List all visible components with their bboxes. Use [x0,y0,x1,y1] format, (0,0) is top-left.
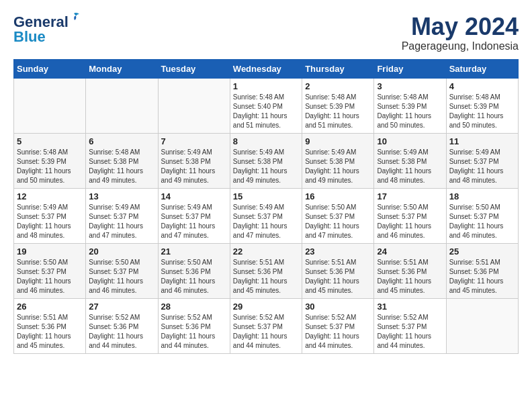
day-number: 4 [449,81,515,91]
day-info-text: Sunrise: 5:50 AM Sunset: 5:36 PM Dayligh… [161,258,227,295]
day-info-text: Sunrise: 5:49 AM Sunset: 5:37 PM Dayligh… [161,203,227,240]
day-info-text: Sunrise: 5:49 AM Sunset: 5:38 PM Dayligh… [377,148,443,185]
day-number: 18 [449,191,515,201]
day-header-saturday: Saturday [446,59,518,78]
day-info-text: Sunrise: 5:49 AM Sunset: 5:38 PM Dayligh… [305,148,371,185]
day-info-text: Sunrise: 5:52 AM Sunset: 5:36 PM Dayligh… [89,313,154,351]
day-info-text: Sunrise: 5:49 AM Sunset: 5:38 PM Dayligh… [161,148,227,185]
calendar-day-cell: 23Sunrise: 5:51 AM Sunset: 5:36 PM Dayli… [302,243,374,298]
calendar-day-cell: 22Sunrise: 5:51 AM Sunset: 5:36 PM Dayli… [230,243,302,298]
calendar-day-cell: 15Sunrise: 5:49 AM Sunset: 5:37 PM Dayli… [230,188,302,243]
day-number: 23 [305,246,371,257]
calendar-day-cell [14,78,86,133]
calendar-day-cell: 18Sunrise: 5:50 AM Sunset: 5:37 PM Dayli… [446,188,518,243]
day-header-thursday: Thursday [302,59,374,78]
day-number: 9 [305,136,371,146]
logo-general: General [13,13,69,30]
day-info-text: Sunrise: 5:50 AM Sunset: 5:37 PM Dayligh… [17,258,83,295]
day-header-sunday: Sunday [14,59,86,78]
day-info-text: Sunrise: 5:48 AM Sunset: 5:39 PM Dayligh… [17,148,83,185]
calendar-day-cell: 17Sunrise: 5:50 AM Sunset: 5:37 PM Dayli… [374,188,446,243]
calendar-day-cell: 16Sunrise: 5:50 AM Sunset: 5:37 PM Dayli… [302,188,374,243]
day-info-text: Sunrise: 5:48 AM Sunset: 5:38 PM Dayligh… [89,148,154,185]
calendar-day-cell [158,78,230,133]
calendar-week-row: 1Sunrise: 5:48 AM Sunset: 5:40 PM Daylig… [14,78,519,133]
day-info-text: Sunrise: 5:48 AM Sunset: 5:39 PM Dayligh… [449,93,515,130]
day-info-text: Sunrise: 5:49 AM Sunset: 5:37 PM Dayligh… [17,203,83,240]
calendar-day-cell: 19Sunrise: 5:50 AM Sunset: 5:37 PM Dayli… [14,243,86,298]
calendar-day-cell: 26Sunrise: 5:51 AM Sunset: 5:36 PM Dayli… [14,298,86,353]
day-number: 5 [17,136,83,146]
day-info-text: Sunrise: 5:50 AM Sunset: 5:37 PM Dayligh… [377,203,443,240]
calendar-day-cell: 13Sunrise: 5:49 AM Sunset: 5:37 PM Dayli… [86,188,158,243]
day-info-text: Sunrise: 5:48 AM Sunset: 5:39 PM Dayligh… [377,93,443,130]
day-number: 21 [161,246,227,257]
calendar-day-cell: 12Sunrise: 5:49 AM Sunset: 5:37 PM Dayli… [14,188,86,243]
calendar-header-row: SundayMondayTuesdayWednesdayThursdayFrid… [14,59,519,78]
calendar-day-cell: 21Sunrise: 5:50 AM Sunset: 5:36 PM Dayli… [158,243,230,298]
calendar-day-cell: 5Sunrise: 5:48 AM Sunset: 5:39 PM Daylig… [14,133,86,188]
calendar-day-cell: 29Sunrise: 5:52 AM Sunset: 5:37 PM Dayli… [230,298,302,353]
month-year-title: May 2024 [402,13,519,40]
calendar-table: SundayMondayTuesdayWednesdayThursdayFrid… [13,59,519,354]
day-info-text: Sunrise: 5:49 AM Sunset: 5:38 PM Dayligh… [233,148,299,185]
calendar-day-cell: 3Sunrise: 5:48 AM Sunset: 5:39 PM Daylig… [374,78,446,133]
day-number: 29 [233,302,299,312]
day-info-text: Sunrise: 5:52 AM Sunset: 5:37 PM Dayligh… [233,313,299,351]
day-info-text: Sunrise: 5:50 AM Sunset: 5:37 PM Dayligh… [449,203,515,240]
day-number: 10 [377,136,443,146]
calendar-day-cell: 8Sunrise: 5:49 AM Sunset: 5:38 PM Daylig… [230,133,302,188]
day-info-text: Sunrise: 5:49 AM Sunset: 5:37 PM Dayligh… [89,203,154,240]
day-number: 30 [305,302,371,312]
day-number: 7 [161,136,227,146]
day-info-text: Sunrise: 5:51 AM Sunset: 5:36 PM Dayligh… [449,258,515,295]
day-info-text: Sunrise: 5:51 AM Sunset: 5:36 PM Dayligh… [377,258,443,295]
day-number: 6 [89,136,154,146]
calendar-day-cell: 7Sunrise: 5:49 AM Sunset: 5:38 PM Daylig… [158,133,230,188]
day-info-text: Sunrise: 5:49 AM Sunset: 5:37 PM Dayligh… [233,203,299,240]
calendar-day-cell: 30Sunrise: 5:52 AM Sunset: 5:37 PM Dayli… [302,298,374,353]
calendar-day-cell: 10Sunrise: 5:49 AM Sunset: 5:38 PM Dayli… [374,133,446,188]
day-number: 27 [89,302,154,312]
day-info-text: Sunrise: 5:51 AM Sunset: 5:36 PM Dayligh… [233,258,299,295]
day-number: 2 [305,81,371,91]
day-number: 22 [233,246,299,257]
day-info-text: Sunrise: 5:51 AM Sunset: 5:36 PM Dayligh… [17,313,83,351]
day-number: 14 [161,191,227,201]
day-info-text: Sunrise: 5:51 AM Sunset: 5:36 PM Dayligh… [305,258,371,295]
calendar-week-row: 26Sunrise: 5:51 AM Sunset: 5:36 PM Dayli… [14,298,519,353]
day-info-text: Sunrise: 5:52 AM Sunset: 5:36 PM Dayligh… [161,313,227,351]
calendar-day-cell [446,298,518,353]
day-info-text: Sunrise: 5:48 AM Sunset: 5:39 PM Dayligh… [305,93,371,130]
day-header-monday: Monday [86,59,158,78]
day-info-text: Sunrise: 5:48 AM Sunset: 5:40 PM Dayligh… [233,93,299,130]
day-number: 8 [233,136,299,146]
calendar-day-cell: 31Sunrise: 5:52 AM Sunset: 5:37 PM Dayli… [374,298,446,353]
page-header: General Blue May 2024 Pagerageung, Indon… [13,13,519,52]
day-number: 15 [233,191,299,201]
calendar-day-cell: 6Sunrise: 5:48 AM Sunset: 5:38 PM Daylig… [86,133,158,188]
calendar-day-cell: 2Sunrise: 5:48 AM Sunset: 5:39 PM Daylig… [302,78,374,133]
day-number: 28 [161,302,227,312]
calendar-day-cell: 9Sunrise: 5:49 AM Sunset: 5:38 PM Daylig… [302,133,374,188]
calendar-day-cell: 28Sunrise: 5:52 AM Sunset: 5:36 PM Dayli… [158,298,230,353]
calendar-day-cell: 24Sunrise: 5:51 AM Sunset: 5:36 PM Dayli… [374,243,446,298]
calendar-day-cell: 4Sunrise: 5:48 AM Sunset: 5:39 PM Daylig… [446,78,518,133]
calendar-week-row: 5Sunrise: 5:48 AM Sunset: 5:39 PM Daylig… [14,133,519,188]
location-subtitle: Pagerageung, Indonesia [402,40,519,52]
day-number: 16 [305,191,371,201]
day-header-friday: Friday [374,59,446,78]
day-header-wednesday: Wednesday [230,59,302,78]
logo: General Blue [13,13,69,46]
calendar-day-cell: 27Sunrise: 5:52 AM Sunset: 5:36 PM Dayli… [86,298,158,353]
calendar-day-cell: 20Sunrise: 5:50 AM Sunset: 5:37 PM Dayli… [86,243,158,298]
calendar-day-cell: 1Sunrise: 5:48 AM Sunset: 5:40 PM Daylig… [230,78,302,133]
day-info-text: Sunrise: 5:49 AM Sunset: 5:37 PM Dayligh… [449,148,515,185]
calendar-day-cell: 25Sunrise: 5:51 AM Sunset: 5:36 PM Dayli… [446,243,518,298]
day-header-tuesday: Tuesday [158,59,230,78]
day-number: 31 [377,302,443,312]
day-number: 13 [89,191,154,201]
day-number: 25 [449,246,515,257]
day-number: 11 [449,136,515,146]
day-info-text: Sunrise: 5:50 AM Sunset: 5:37 PM Dayligh… [305,203,371,240]
